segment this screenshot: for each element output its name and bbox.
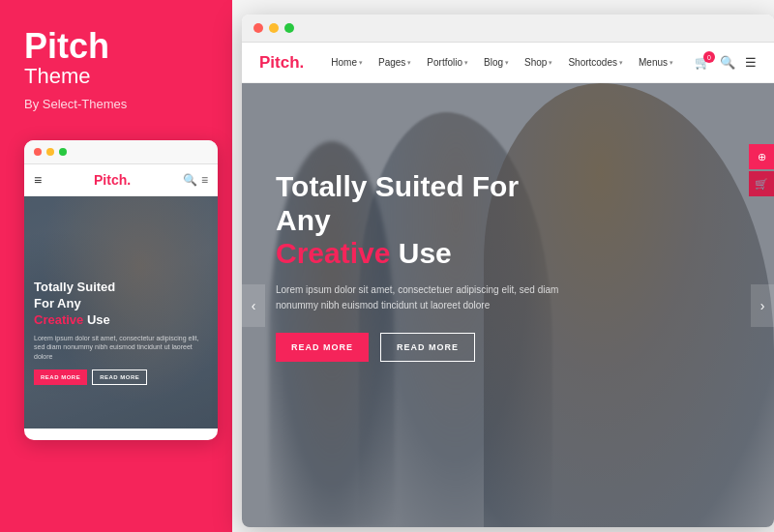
mobile-top-bar [24, 140, 218, 164]
menu-icon[interactable]: ≡ [201, 173, 208, 187]
desktop-top-bar [242, 15, 774, 43]
theme-name: Pitch [24, 29, 208, 64]
mobile-logo: Pitch. [94, 172, 131, 188]
mobile-hero-content: Totally Suited For Any Creative Use Lore… [34, 280, 208, 385]
cart-badge: 0 [703, 51, 715, 63]
nav-item-shortcodes[interactable]: Shortcodes ▾ [560, 57, 631, 68]
search-icon[interactable]: 🔍 [183, 173, 197, 187]
desktop-dot-red [253, 23, 263, 33]
desktop-read-more-btn-1[interactable]: READ MORE [276, 333, 369, 362]
desktop-hero: ⊕ 🛒 Totally Suited For Any Creative Use … [242, 83, 774, 527]
theme-title: Pitch Theme [24, 29, 208, 97]
mobile-nav-icons: 🔍 ≡ [183, 173, 208, 187]
mobile-read-more-btn-2[interactable]: READ MORE [92, 369, 147, 385]
nav-item-home[interactable]: Home ▾ [323, 57, 371, 68]
desktop-preview: Pitch. Home ▾ Pages ▾ Portfolio ▾ Blog ▾… [242, 15, 774, 527]
nav-item-portfolio[interactable]: Portfolio ▾ [419, 57, 476, 68]
desktop-nav: Pitch. Home ▾ Pages ▾ Portfolio ▾ Blog ▾… [242, 43, 774, 83]
nav-item-pages[interactable]: Pages ▾ [371, 57, 419, 68]
mobile-nav: ≡ Pitch. 🔍 ≡ [24, 164, 218, 196]
theme-by: By Select-Themes [24, 97, 208, 111]
mobile-dot-red [34, 148, 42, 156]
desktop-hero-buttons: READ MORE READ MORE [276, 333, 576, 362]
desktop-logo: Pitch. [259, 53, 304, 73]
desktop-read-more-btn-2[interactable]: READ MORE [380, 333, 475, 362]
hero-arrow-right[interactable]: › [751, 284, 774, 327]
nav-item-blog[interactable]: Blog ▾ [476, 57, 517, 68]
desktop-headline: Totally Suited For Any Creative Use [276, 170, 576, 271]
mobile-preview: ≡ Pitch. 🔍 ≡ Totally Suited For Any Crea… [24, 140, 218, 440]
mobile-headline: Totally Suited For Any Creative Use [34, 280, 208, 329]
mobile-hero-buttons: READ MORE READ MORE [34, 369, 208, 385]
left-panel: Pitch Theme By Select-Themes ≡ Pitch. 🔍 … [0, 0, 232, 532]
theme-subtitle: Theme [24, 64, 208, 89]
hamburger-icon[interactable]: ☰ [745, 55, 757, 70]
mobile-read-more-btn-1[interactable]: READ MORE [34, 369, 87, 385]
desktop-dot-green [284, 23, 294, 33]
search-icon[interactable]: 🔍 [720, 55, 735, 70]
desktop-subpara: Lorem ipsum dolor sit amet, consectetuer… [276, 282, 576, 313]
nav-item-menus[interactable]: Menus ▾ [631, 57, 681, 68]
hamburger-icon[interactable]: ≡ [34, 172, 42, 188]
nav-item-shop[interactable]: Shop ▾ [517, 57, 560, 68]
desktop-hero-content: Totally Suited For Any Creative Use Lore… [276, 170, 576, 362]
mobile-dot-green [59, 148, 67, 156]
mobile-dot-yellow [46, 148, 54, 156]
side-icon-btn-1[interactable]: ⊕ [749, 144, 774, 169]
mobile-subtext: Lorem ipsum dolor sit amet, consectetur … [34, 334, 208, 362]
desktop-nav-right: 🛒 0 🔍 ☰ [695, 55, 757, 70]
desktop-side-icons: ⊕ 🛒 [749, 144, 774, 196]
desktop-dot-yellow [269, 23, 279, 33]
mobile-hero: Totally Suited For Any Creative Use Lore… [24, 196, 218, 429]
cart-icon[interactable]: 🛒 0 [695, 55, 710, 70]
side-icon-btn-2[interactable]: 🛒 [749, 171, 774, 196]
hero-arrow-left[interactable]: ‹ [242, 284, 265, 327]
desktop-nav-items: Home ▾ Pages ▾ Portfolio ▾ Blog ▾ Shop ▾… [323, 57, 695, 68]
